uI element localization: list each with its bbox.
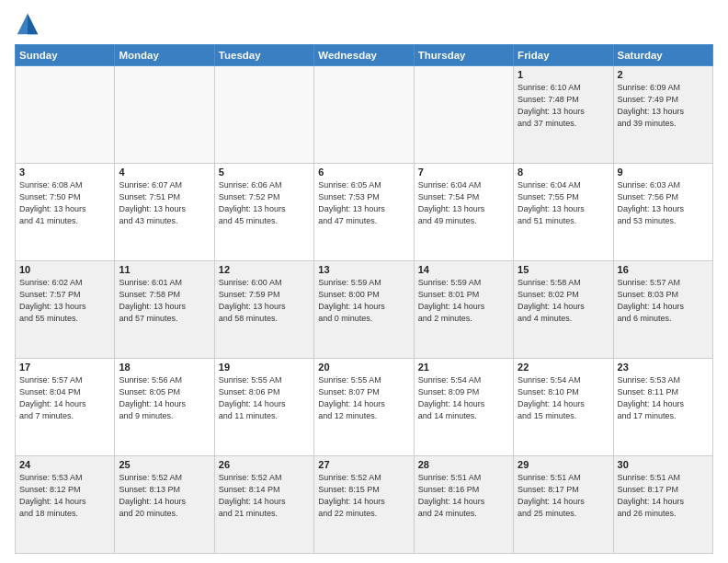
day-info: Sunrise: 5:51 AM Sunset: 8:17 PM Dayligh… xyxy=(518,472,609,520)
day-number: 30 xyxy=(618,459,709,470)
calendar-cell: 27Sunrise: 5:52 AM Sunset: 8:15 PM Dayli… xyxy=(314,456,414,554)
weekday-header-saturday: Saturday xyxy=(613,45,712,66)
calendar-cell: 17Sunrise: 5:57 AM Sunset: 8:04 PM Dayli… xyxy=(16,359,115,456)
day-number: 12 xyxy=(219,264,310,275)
calendar-cell: 28Sunrise: 5:51 AM Sunset: 8:16 PM Dayli… xyxy=(414,456,513,554)
day-number: 26 xyxy=(219,459,310,470)
calendar-week-row: 24Sunrise: 5:53 AM Sunset: 8:12 PM Dayli… xyxy=(16,456,713,554)
logo-icon xyxy=(15,11,40,37)
calendar-cell: 1Sunrise: 6:10 AM Sunset: 7:48 PM Daylig… xyxy=(514,66,613,164)
day-info: Sunrise: 5:51 AM Sunset: 8:16 PM Dayligh… xyxy=(418,472,509,520)
calendar-cell: 20Sunrise: 5:55 AM Sunset: 8:07 PM Dayli… xyxy=(314,359,414,456)
day-info: Sunrise: 5:52 AM Sunset: 8:13 PM Dayligh… xyxy=(119,472,210,520)
day-info: Sunrise: 5:53 AM Sunset: 8:12 PM Dayligh… xyxy=(19,472,110,520)
weekday-header-thursday: Thursday xyxy=(414,45,513,66)
day-info: Sunrise: 6:01 AM Sunset: 7:58 PM Dayligh… xyxy=(119,277,210,325)
day-number: 2 xyxy=(618,69,709,80)
day-number: 27 xyxy=(318,459,409,470)
day-info: Sunrise: 5:58 AM Sunset: 8:02 PM Dayligh… xyxy=(518,277,609,325)
calendar-cell: 12Sunrise: 6:00 AM Sunset: 7:59 PM Dayli… xyxy=(214,261,313,359)
calendar-cell xyxy=(214,66,313,164)
weekday-header-monday: Monday xyxy=(115,45,214,66)
calendar-cell: 10Sunrise: 6:02 AM Sunset: 7:57 PM Dayli… xyxy=(16,261,115,359)
day-number: 25 xyxy=(119,459,210,470)
calendar-week-row: 17Sunrise: 5:57 AM Sunset: 8:04 PM Dayli… xyxy=(16,359,713,456)
day-number: 1 xyxy=(518,69,609,80)
day-number: 20 xyxy=(318,362,409,373)
day-info: Sunrise: 6:10 AM Sunset: 7:48 PM Dayligh… xyxy=(518,82,609,130)
day-info: Sunrise: 5:57 AM Sunset: 8:04 PM Dayligh… xyxy=(19,374,110,422)
page: SundayMondayTuesdayWednesdayThursdayFrid… xyxy=(0,0,728,563)
calendar-cell: 5Sunrise: 6:06 AM Sunset: 7:52 PM Daylig… xyxy=(214,164,313,261)
day-number: 16 xyxy=(618,264,709,275)
day-info: Sunrise: 6:05 AM Sunset: 7:53 PM Dayligh… xyxy=(318,179,409,227)
calendar-cell: 19Sunrise: 5:55 AM Sunset: 8:06 PM Dayli… xyxy=(214,359,313,456)
day-number: 9 xyxy=(618,167,709,178)
day-info: Sunrise: 6:09 AM Sunset: 7:49 PM Dayligh… xyxy=(618,82,709,130)
day-info: Sunrise: 5:56 AM Sunset: 8:05 PM Dayligh… xyxy=(119,374,210,422)
calendar-cell: 8Sunrise: 6:04 AM Sunset: 7:55 PM Daylig… xyxy=(514,164,613,261)
day-info: Sunrise: 6:08 AM Sunset: 7:50 PM Dayligh… xyxy=(19,179,110,227)
weekday-header-tuesday: Tuesday xyxy=(214,45,313,66)
calendar-cell: 24Sunrise: 5:53 AM Sunset: 8:12 PM Dayli… xyxy=(16,456,115,554)
day-info: Sunrise: 6:04 AM Sunset: 7:54 PM Dayligh… xyxy=(418,179,509,227)
day-number: 14 xyxy=(418,264,509,275)
calendar-cell xyxy=(115,66,214,164)
calendar-cell: 3Sunrise: 6:08 AM Sunset: 7:50 PM Daylig… xyxy=(16,164,115,261)
day-number: 21 xyxy=(418,362,509,373)
day-info: Sunrise: 5:52 AM Sunset: 8:14 PM Dayligh… xyxy=(219,472,310,520)
day-number: 17 xyxy=(19,362,110,373)
day-info: Sunrise: 5:57 AM Sunset: 8:03 PM Dayligh… xyxy=(618,277,709,325)
calendar-cell: 15Sunrise: 5:58 AM Sunset: 8:02 PM Dayli… xyxy=(514,261,613,359)
calendar-cell: 4Sunrise: 6:07 AM Sunset: 7:51 PM Daylig… xyxy=(115,164,214,261)
calendar-cell: 13Sunrise: 5:59 AM Sunset: 8:00 PM Dayli… xyxy=(314,261,414,359)
header xyxy=(15,11,713,37)
weekday-header-wednesday: Wednesday xyxy=(314,45,414,66)
calendar-week-row: 1Sunrise: 6:10 AM Sunset: 7:48 PM Daylig… xyxy=(16,66,713,164)
calendar-cell: 7Sunrise: 6:04 AM Sunset: 7:54 PM Daylig… xyxy=(414,164,513,261)
day-number: 11 xyxy=(119,264,210,275)
day-number: 8 xyxy=(518,167,609,178)
calendar-cell: 2Sunrise: 6:09 AM Sunset: 7:49 PM Daylig… xyxy=(613,66,712,164)
calendar-cell: 16Sunrise: 5:57 AM Sunset: 8:03 PM Dayli… xyxy=(613,261,712,359)
day-number: 29 xyxy=(518,459,609,470)
day-number: 23 xyxy=(618,362,709,373)
day-number: 4 xyxy=(119,167,210,178)
day-info: Sunrise: 6:03 AM Sunset: 7:56 PM Dayligh… xyxy=(618,179,709,227)
calendar-cell xyxy=(414,66,513,164)
calendar-cell: 30Sunrise: 5:51 AM Sunset: 8:17 PM Dayli… xyxy=(613,456,712,554)
calendar-cell: 21Sunrise: 5:54 AM Sunset: 8:09 PM Dayli… xyxy=(414,359,513,456)
day-info: Sunrise: 5:55 AM Sunset: 8:06 PM Dayligh… xyxy=(219,374,310,422)
calendar-cell xyxy=(314,66,414,164)
day-info: Sunrise: 6:02 AM Sunset: 7:57 PM Dayligh… xyxy=(19,277,110,325)
day-info: Sunrise: 5:54 AM Sunset: 8:09 PM Dayligh… xyxy=(418,374,509,422)
weekday-header-sunday: Sunday xyxy=(16,45,115,66)
calendar-week-row: 3Sunrise: 6:08 AM Sunset: 7:50 PM Daylig… xyxy=(16,164,713,261)
calendar-cell: 14Sunrise: 5:59 AM Sunset: 8:01 PM Dayli… xyxy=(414,261,513,359)
day-info: Sunrise: 6:00 AM Sunset: 7:59 PM Dayligh… xyxy=(219,277,310,325)
day-info: Sunrise: 5:59 AM Sunset: 8:00 PM Dayligh… xyxy=(318,277,409,325)
day-info: Sunrise: 6:07 AM Sunset: 7:51 PM Dayligh… xyxy=(119,179,210,227)
day-info: Sunrise: 5:52 AM Sunset: 8:15 PM Dayligh… xyxy=(318,472,409,520)
day-number: 18 xyxy=(119,362,210,373)
calendar-cell: 29Sunrise: 5:51 AM Sunset: 8:17 PM Dayli… xyxy=(514,456,613,554)
day-number: 15 xyxy=(518,264,609,275)
calendar-week-row: 10Sunrise: 6:02 AM Sunset: 7:57 PM Dayli… xyxy=(16,261,713,359)
day-number: 13 xyxy=(318,264,409,275)
day-info: Sunrise: 5:51 AM Sunset: 8:17 PM Dayligh… xyxy=(618,472,709,520)
calendar-header-row: SundayMondayTuesdayWednesdayThursdayFrid… xyxy=(16,45,713,66)
day-number: 7 xyxy=(418,167,509,178)
logo xyxy=(15,11,44,37)
day-info: Sunrise: 5:54 AM Sunset: 8:10 PM Dayligh… xyxy=(518,374,609,422)
calendar-cell: 9Sunrise: 6:03 AM Sunset: 7:56 PM Daylig… xyxy=(613,164,712,261)
calendar-cell: 18Sunrise: 5:56 AM Sunset: 8:05 PM Dayli… xyxy=(115,359,214,456)
calendar-cell: 25Sunrise: 5:52 AM Sunset: 8:13 PM Dayli… xyxy=(115,456,214,554)
weekday-header-friday: Friday xyxy=(514,45,613,66)
calendar-cell: 26Sunrise: 5:52 AM Sunset: 8:14 PM Dayli… xyxy=(214,456,313,554)
calendar-cell: 11Sunrise: 6:01 AM Sunset: 7:58 PM Dayli… xyxy=(115,261,214,359)
day-info: Sunrise: 5:55 AM Sunset: 8:07 PM Dayligh… xyxy=(318,374,409,422)
calendar-cell: 23Sunrise: 5:53 AM Sunset: 8:11 PM Dayli… xyxy=(613,359,712,456)
calendar-cell: 22Sunrise: 5:54 AM Sunset: 8:10 PM Dayli… xyxy=(514,359,613,456)
day-number: 5 xyxy=(219,167,310,178)
day-number: 10 xyxy=(19,264,110,275)
